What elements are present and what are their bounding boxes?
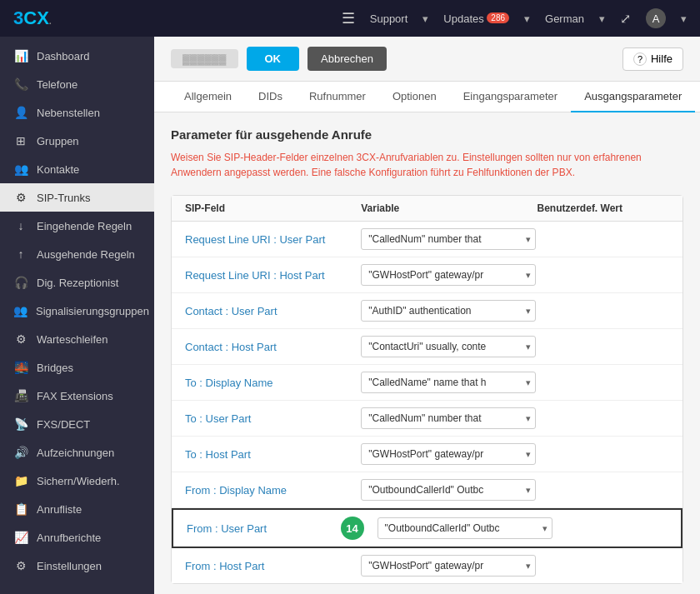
select-wrapper: "GWHostPort" gateway/pr ▾ bbox=[361, 555, 536, 577]
badge-14: 14 bbox=[341, 517, 364, 540]
hilfe-button[interactable]: ? Hilfe bbox=[622, 47, 683, 71]
variable-select[interactable]: "CalledNum" number that bbox=[361, 407, 536, 429]
sidebar-item-dig-rezeptionist[interactable]: 🎧 Dig. Rezeptionist bbox=[0, 268, 154, 297]
table-row: To : Host Part "GWHostPort" gateway/pr ▾ bbox=[172, 437, 682, 472]
variable-select[interactable]: "OutboundCallerId" Outbc bbox=[378, 517, 552, 539]
sidebar-item-aufzeichnungen[interactable]: 🔊 Aufzeichnungen bbox=[0, 438, 154, 467]
sidebar: 📊 Dashboard 📞 Telefone 👤 Nebenstellen ⊞ … bbox=[0, 37, 154, 594]
user-icon[interactable]: A bbox=[646, 8, 666, 28]
tab-allgemein[interactable]: Allgemein bbox=[171, 82, 245, 112]
receptionist-icon: 🎧 bbox=[13, 276, 28, 289]
variable-select[interactable]: "GWHostPort" gateway/pr bbox=[361, 443, 536, 465]
recordings-icon: 🔊 bbox=[13, 446, 28, 459]
field-name: To : User Part bbox=[185, 412, 361, 425]
table-row: Request Line URI : User Part "CalledNum"… bbox=[172, 222, 682, 257]
table-row: Contact : Host Part "ContactUri" usually… bbox=[172, 329, 682, 365]
header-sip-feld: SIP-Feld bbox=[185, 202, 361, 214]
logo: 3CX. bbox=[13, 7, 52, 29]
updates-link[interactable]: Updates 286 bbox=[443, 12, 509, 25]
table-row: Request Line URI : Host Part "GWHostPort… bbox=[172, 257, 682, 293]
hamburger-icon[interactable]: ☰ bbox=[342, 9, 355, 27]
field-name: From : Host Part bbox=[185, 560, 361, 572]
sidebar-item-dashboard[interactable]: 📊 Dashboard bbox=[0, 42, 154, 70]
call-list-icon: 📋 bbox=[13, 502, 28, 516]
content-area: ▓▓▓▓▓▓ OK Abbrechen ? Hilfe Allgemein DI… bbox=[154, 37, 700, 594]
select-wrapper: "CalledName" name that h ▾ bbox=[361, 372, 536, 393]
table-row-highlighted: From : User Part 14 "OutboundCallerId" O… bbox=[172, 508, 682, 548]
select-wrapper: "OutboundCallerId" Outbc ▾ bbox=[378, 517, 552, 539]
tab-eingangsparameter[interactable]: Eingangsparameter bbox=[450, 82, 571, 112]
sidebar-item-fax-extensions[interactable]: 📠 FAX Extensions bbox=[0, 382, 154, 410]
cancel-button[interactable]: Abbrechen bbox=[308, 47, 387, 71]
table-row: To : User Part "CalledNum" number that ▾ bbox=[172, 401, 682, 437]
phone-icon: 📞 bbox=[13, 77, 28, 91]
field-name: Request Line URI : Host Part bbox=[185, 269, 361, 282]
header-variable: Variable bbox=[361, 202, 537, 214]
tab-rufnummer[interactable]: Rufnummer bbox=[296, 82, 379, 112]
sidebar-item-sip-trunks[interactable]: ⚙ SIP-Trunks bbox=[0, 183, 154, 212]
page-content: Parameter für ausgehende Anrufe Weisen S… bbox=[154, 112, 700, 594]
sidebar-item-bridges[interactable]: 🌉 Bridges bbox=[0, 353, 154, 382]
field-with-badge: From : User Part bbox=[187, 522, 341, 535]
table-row: To : Display Name "CalledName" name that… bbox=[172, 365, 682, 401]
reports-icon: 📈 bbox=[13, 531, 28, 544]
table-row: From : Host Part "GWHostPort" gateway/pr… bbox=[172, 548, 682, 583]
sidebar-item-signalisierungsgruppen[interactable]: 👥 Signalisierungsgruppen bbox=[0, 297, 154, 325]
sidebar-item-kontakte[interactable]: 👥 Kontakte bbox=[0, 155, 154, 183]
sidebar-item-gruppen[interactable]: ⊞ Gruppen bbox=[0, 127, 154, 155]
variable-select[interactable]: "OutboundCallerId" Outbc bbox=[361, 479, 536, 501]
table-row: Contact : User Part "AuthID" authenticat… bbox=[172, 293, 682, 329]
variable-select[interactable]: "AuthID" authentication bbox=[361, 300, 536, 322]
sip-trunks-icon: ⚙ bbox=[13, 191, 28, 204]
variable-select[interactable]: "ContactUri" usually, conte bbox=[361, 336, 536, 357]
variable-select[interactable]: "GWHostPort" gateway/pr bbox=[361, 264, 536, 286]
topbar: 3CX. ☰ Support ▾ Updates 286 ▾ German ▾ … bbox=[0, 0, 700, 37]
entity-label: ▓▓▓▓▓▓ bbox=[171, 49, 238, 68]
sidebar-item-anrufberichte[interactable]: 📈 Anrufberichte bbox=[0, 523, 154, 552]
table-row: From : Display Name "OutboundCallerId" O… bbox=[172, 472, 682, 508]
table-header: SIP-Feld Variable Benutzerdef. Wert bbox=[172, 196, 682, 222]
signaling-icon: 👥 bbox=[13, 304, 28, 317]
queue-icon: ⚙ bbox=[13, 332, 28, 346]
field-name: Contact : User Part bbox=[185, 305, 361, 317]
tab-dids[interactable]: DIDs bbox=[245, 82, 296, 112]
expand-icon[interactable]: ⤢ bbox=[620, 11, 631, 27]
sidebar-item-sichern[interactable]: 📁 Sichern/Wiederh. bbox=[0, 467, 154, 495]
sidebar-item-anrufliste[interactable]: 📋 Anrufliste bbox=[0, 495, 154, 523]
ok-button[interactable]: OK bbox=[247, 47, 300, 71]
sidebar-item-einstellungen[interactable]: ⚙ Einstellungen bbox=[0, 552, 154, 580]
dashboard-icon: 📊 bbox=[13, 49, 28, 62]
variable-select[interactable]: "CalledNum" number that bbox=[361, 228, 536, 250]
select-wrapper: "CalledNum" number that ▾ bbox=[361, 228, 536, 250]
tab-ausgangsparameter[interactable]: Ausgangsparameter bbox=[571, 82, 695, 112]
select-wrapper: "CalledNum" number that ▾ bbox=[361, 407, 536, 429]
tabs-bar: Allgemein DIDs Rufnummer Optionen Eingan… bbox=[154, 82, 700, 112]
tab-optionen[interactable]: Optionen bbox=[379, 82, 450, 112]
variable-select[interactable]: "CalledName" name that h bbox=[361, 372, 536, 393]
hilfe-icon: ? bbox=[633, 52, 647, 66]
select-wrapper: "ContactUri" usually, conte ▾ bbox=[361, 336, 536, 357]
field-name: Contact : Host Part bbox=[185, 341, 361, 353]
variable-select[interactable]: "GWHostPort" gateway/pr bbox=[361, 555, 536, 577]
sidebar-item-ausgehende-regeln[interactable]: ↑ Ausgehende Regeln bbox=[0, 240, 154, 268]
language-selector[interactable]: German bbox=[545, 12, 584, 25]
sidebar-item-fxs-dect[interactable]: 📡 FXS/DECT bbox=[0, 410, 154, 438]
field-name: To : Host Part bbox=[185, 448, 361, 461]
contacts-icon: 👥 bbox=[13, 162, 28, 176]
sidebar-item-nebenstellen[interactable]: 👤 Nebenstellen bbox=[0, 98, 154, 127]
field-name: From : Display Name bbox=[185, 484, 361, 497]
sidebar-item-telefone[interactable]: 📞 Telefone bbox=[0, 70, 154, 98]
sidebar-item-warteschleifen[interactable]: ⚙ Warteschleifen bbox=[0, 325, 154, 353]
support-link[interactable]: Support bbox=[370, 12, 408, 25]
main-layout: 📊 Dashboard 📞 Telefone 👤 Nebenstellen ⊞ … bbox=[0, 37, 700, 594]
header-benutzerdef: Benutzerdef. Wert bbox=[538, 202, 669, 214]
settings-icon: ⚙ bbox=[13, 559, 28, 572]
section-desc: Weisen Sie SIP-Header-Felder einzelnen 3… bbox=[171, 150, 683, 180]
field-name: Request Line URI : User Part bbox=[185, 233, 361, 246]
header-bar: ▓▓▓▓▓▓ OK Abbrechen ? Hilfe bbox=[154, 37, 700, 82]
sidebar-item-eingehende-regeln[interactable]: ↓ Eingehende Regeln bbox=[0, 212, 154, 240]
outbound-rules-icon: ↑ bbox=[13, 247, 28, 261]
inbound-rules-icon: ↓ bbox=[13, 219, 28, 232]
variable-cell: 14 "OutboundCallerId" Outbc ▾ bbox=[341, 517, 552, 540]
field-name: To : Display Name bbox=[185, 377, 361, 389]
